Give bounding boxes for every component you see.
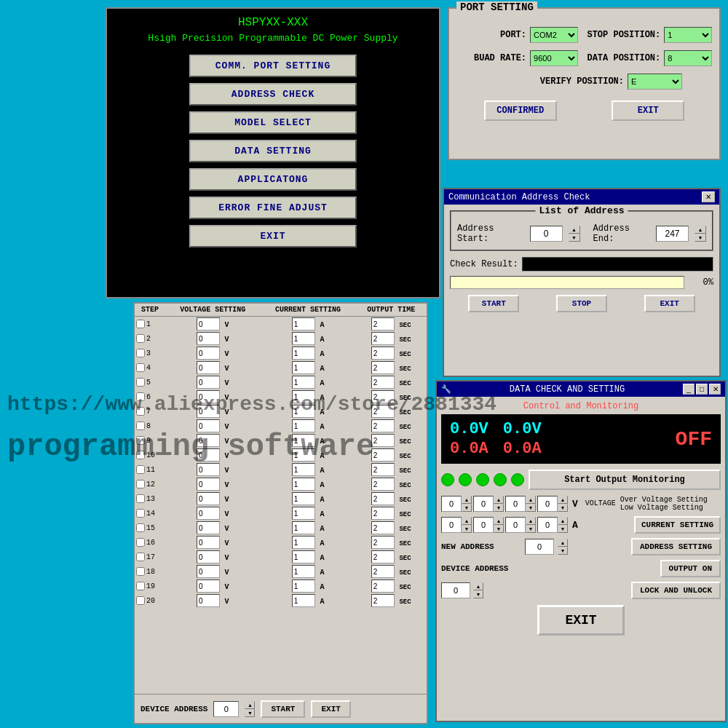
voltage-down-3[interactable]: ▼ [526, 504, 536, 512]
model-select-button[interactable]: MODEL SELECT [189, 111, 357, 134]
step-checkbox-1[interactable] [136, 320, 145, 328]
start-monitor-button[interactable]: Start Output Monitoring [529, 470, 721, 490]
addr-end-down[interactable]: ▼ [695, 234, 706, 242]
voltage-step-input-9[interactable] [197, 434, 220, 447]
current-step-input-1[interactable] [292, 317, 315, 331]
voltage-step-input-2[interactable] [197, 332, 220, 345]
current-step-input-2[interactable] [292, 332, 315, 345]
current-down-2[interactable]: ▼ [494, 525, 504, 533]
addr-start-up[interactable]: ▲ [569, 226, 580, 234]
voltage-step-input-19[interactable] [197, 579, 220, 593]
output-on-button[interactable]: OUTPUT ON [660, 560, 721, 577]
time-step-input-18[interactable] [371, 565, 395, 578]
addr-close-button[interactable]: ✕ [702, 191, 715, 202]
addr-exit-button[interactable]: EXIT [644, 295, 695, 312]
footer-exit-button[interactable]: EXIT [311, 700, 350, 718]
current-step-input-13[interactable] [292, 492, 315, 505]
current-step-input-14[interactable] [292, 507, 315, 520]
voltage-up-3[interactable]: ▲ [526, 496, 536, 504]
time-step-input-7[interactable] [371, 405, 395, 418]
voltage-step-input-12[interactable] [197, 478, 220, 491]
time-step-input-9[interactable] [371, 434, 395, 447]
current-step-input-18[interactable] [292, 565, 315, 578]
voltage-step-input-15[interactable] [197, 521, 220, 534]
current-step-input-12[interactable] [292, 478, 315, 491]
voltage-up-4[interactable]: ▲ [558, 496, 568, 504]
current-down-3[interactable]: ▼ [526, 525, 536, 533]
current-step-input-20[interactable] [292, 594, 315, 607]
data-minimize-button[interactable]: _ [683, 384, 695, 395]
current-up-4[interactable]: ▲ [558, 517, 568, 525]
step-checkbox-17[interactable] [136, 553, 145, 561]
current-step-input-19[interactable] [292, 579, 315, 593]
baud-rate-select[interactable]: 9600 [530, 50, 578, 66]
current-input-2[interactable] [473, 517, 494, 533]
time-step-input-6[interactable] [371, 390, 395, 403]
step-checkbox-16[interactable] [136, 538, 145, 547]
step-checkbox-10[interactable] [136, 451, 145, 459]
time-step-input-20[interactable] [371, 594, 395, 607]
time-step-input-19[interactable] [371, 579, 395, 593]
addr-start-input[interactable] [530, 226, 563, 242]
voltage-step-input-14[interactable] [197, 507, 220, 520]
voltage-down-2[interactable]: ▼ [494, 504, 504, 512]
time-step-input-2[interactable] [371, 332, 395, 345]
step-checkbox-12[interactable] [136, 480, 145, 488]
current-step-input-5[interactable] [292, 376, 315, 389]
step-checkbox-11[interactable] [136, 465, 145, 474]
voltage-step-input-13[interactable] [197, 492, 220, 505]
current-input-3[interactable] [505, 517, 526, 533]
time-step-input-3[interactable] [371, 347, 395, 360]
main-exit-button[interactable]: EXIT [189, 225, 357, 248]
step-checkbox-13[interactable] [136, 494, 145, 503]
new-address-input[interactable] [525, 539, 554, 555]
addr-end-up[interactable]: ▲ [695, 226, 706, 234]
voltage-input-4[interactable] [537, 496, 558, 512]
voltage-step-input-10[interactable] [197, 448, 220, 462]
step-checkbox-5[interactable] [136, 378, 145, 387]
footer-device-input[interactable] [213, 701, 239, 717]
time-step-input-11[interactable] [371, 463, 395, 476]
voltage-step-input-7[interactable] [197, 405, 220, 418]
port-select[interactable]: COM2 [530, 27, 578, 43]
device-addr-down[interactable]: ▼ [473, 590, 483, 598]
current-down-4[interactable]: ▼ [558, 525, 568, 533]
time-step-input-12[interactable] [371, 478, 395, 491]
step-checkbox-8[interactable] [136, 422, 145, 430]
step-checkbox-15[interactable] [136, 523, 145, 532]
voltage-step-input-16[interactable] [197, 536, 220, 549]
addr-start-button[interactable]: START [468, 295, 519, 312]
step-checkbox-7[interactable] [136, 407, 145, 416]
current-up-1[interactable]: ▲ [462, 517, 472, 525]
voltage-down-1[interactable]: ▼ [462, 504, 472, 512]
addr-start-down[interactable]: ▼ [569, 234, 580, 242]
voltage-step-input-4[interactable] [197, 361, 220, 374]
current-down-1[interactable]: ▼ [462, 525, 472, 533]
data-close-button[interactable]: ✕ [709, 384, 721, 395]
current-step-input-3[interactable] [292, 347, 315, 360]
voltage-step-input-18[interactable] [197, 565, 220, 578]
current-step-input-16[interactable] [292, 536, 315, 549]
voltage-input-2[interactable] [473, 496, 494, 512]
voltage-step-input-20[interactable] [197, 594, 220, 607]
current-up-2[interactable]: ▲ [494, 517, 504, 525]
current-step-input-11[interactable] [292, 463, 315, 476]
address-check-button[interactable]: ADDRESS CHECK [189, 83, 357, 106]
current-setting-button[interactable]: CURRENT SETTING [634, 516, 721, 534]
current-input-4[interactable] [537, 517, 558, 533]
voltage-down-4[interactable]: ▼ [558, 504, 568, 512]
voltage-up-1[interactable]: ▲ [462, 496, 472, 504]
voltage-step-input-8[interactable] [197, 419, 220, 432]
time-step-input-10[interactable] [371, 448, 395, 462]
voltage-step-input-5[interactable] [197, 376, 220, 389]
current-input-1[interactable] [441, 517, 462, 533]
current-step-input-9[interactable] [292, 434, 315, 447]
voltage-step-input-17[interactable] [197, 550, 220, 563]
current-step-input-10[interactable] [292, 448, 315, 462]
step-checkbox-6[interactable] [136, 392, 145, 401]
step-checkbox-19[interactable] [136, 582, 145, 590]
time-step-input-4[interactable] [371, 361, 395, 374]
device-address-input[interactable] [441, 582, 470, 598]
time-step-input-15[interactable] [371, 521, 395, 534]
new-addr-up[interactable]: ▲ [558, 539, 568, 547]
